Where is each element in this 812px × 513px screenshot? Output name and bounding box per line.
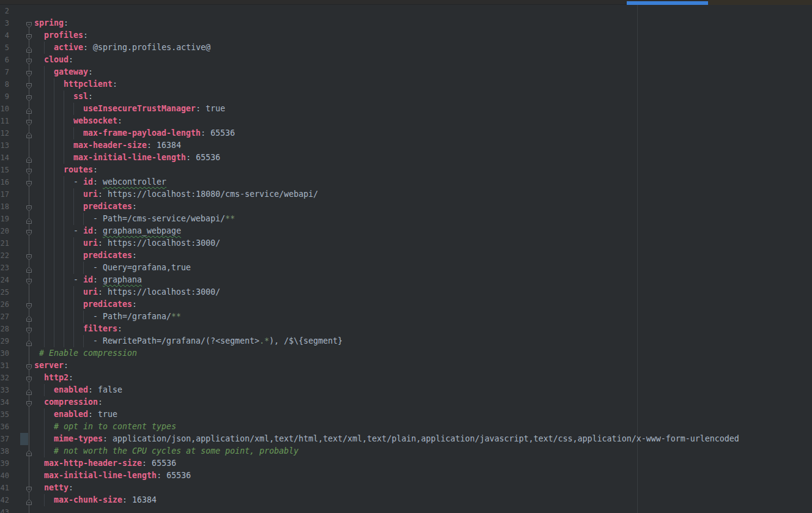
code-line[interactable]: 7gateway:: [0, 66, 812, 78]
fold-end-icon[interactable]: [26, 448, 32, 455]
code-line[interactable]: 5active: @spring.profiles.active@: [0, 42, 812, 54]
line-number[interactable]: 17: [0, 188, 9, 201]
line-number[interactable]: 39: [0, 457, 9, 470]
fold-expanded-icon[interactable]: [26, 117, 32, 125]
fold-expanded-icon[interactable]: [26, 325, 32, 333]
code-line[interactable]: 14max-initial-line-length: 65536: [0, 152, 812, 164]
code-line[interactable]: 37mime-types: application/json,applicati…: [0, 433, 812, 445]
fold-expanded-icon[interactable]: [26, 179, 32, 186]
code-line[interactable]: 26predicates:: [0, 298, 812, 311]
fold-end-icon[interactable]: [26, 130, 32, 137]
fold-expanded-icon[interactable]: [26, 166, 32, 174]
code-line[interactable]: 20- id: graphana_webpage: [0, 225, 812, 237]
line-number[interactable]: 42: [0, 494, 9, 506]
code-line[interactable]: 22predicates:: [0, 249, 812, 262]
line-number[interactable]: 36: [0, 421, 9, 433]
code-line[interactable]: 43: [0, 506, 812, 513]
code-line[interactable]: 29- RewritePath=/grafana/(?<segment>.*),…: [0, 335, 812, 347]
line-number[interactable]: 34: [0, 396, 9, 408]
fold-end-icon[interactable]: [26, 338, 32, 345]
line-number[interactable]: 25: [0, 286, 9, 298]
code-line[interactable]: 40max-initial-line-length: 65536: [0, 470, 812, 482]
code-line[interactable]: 35enabled: true: [0, 408, 812, 421]
fold-end-icon[interactable]: [26, 386, 32, 394]
line-number[interactable]: 38: [0, 445, 9, 457]
line-number[interactable]: 13: [0, 139, 9, 152]
fold-expanded-icon[interactable]: [26, 32, 32, 39]
code-line[interactable]: 39max-http-header-size: 65536: [0, 457, 812, 470]
line-number[interactable]: 4: [0, 29, 9, 42]
code-line[interactable]: 13max-header-size: 16384: [0, 139, 812, 152]
fold-expanded-icon[interactable]: [26, 301, 32, 308]
line-number[interactable]: 29: [0, 335, 9, 347]
line-number[interactable]: 14: [0, 152, 9, 164]
changed-line-marker[interactable]: [20, 433, 28, 445]
fold-expanded-icon[interactable]: [26, 276, 32, 284]
line-number[interactable]: 10: [0, 103, 9, 115]
line-number[interactable]: 15: [0, 164, 9, 176]
code-line[interactable]: 10useInsecureTrustManager: true: [0, 103, 812, 115]
code-line[interactable]: 36# opt in to content types: [0, 421, 812, 433]
fold-expanded-icon[interactable]: [26, 20, 32, 27]
code-line[interactable]: 41netty:: [0, 482, 812, 494]
fold-expanded-icon[interactable]: [26, 81, 32, 88]
line-number[interactable]: 20: [0, 225, 9, 237]
line-number[interactable]: 22: [0, 249, 9, 262]
fold-end-icon[interactable]: [26, 105, 32, 113]
code-line[interactable]: 28filters:: [0, 323, 812, 335]
line-number[interactable]: 35: [0, 408, 9, 421]
line-number[interactable]: 6: [0, 54, 9, 66]
code-line[interactable]: 31server:: [0, 360, 812, 372]
code-line[interactable]: 32http2:: [0, 372, 812, 384]
fold-end-icon[interactable]: [26, 313, 32, 320]
code-line[interactable]: 19- Path=/cms-service/webapi/**: [0, 213, 812, 225]
code-line[interactable]: 15routes:: [0, 164, 812, 176]
code-line[interactable]: 21uri: https://localhost:3000/: [0, 237, 812, 249]
code-line[interactable]: 11websocket:: [0, 115, 812, 127]
code-line[interactable]: 8httpclient:: [0, 78, 812, 90]
line-number[interactable]: 9: [0, 90, 9, 103]
line-number[interactable]: 2: [0, 5, 9, 17]
fold-end-icon[interactable]: [26, 264, 32, 271]
line-number[interactable]: 43: [0, 506, 9, 513]
fold-end-icon[interactable]: [26, 154, 32, 161]
line-number[interactable]: 8: [0, 78, 9, 90]
line-number[interactable]: 3: [0, 17, 9, 29]
fold-expanded-icon[interactable]: [26, 399, 32, 406]
fold-expanded-icon[interactable]: [26, 374, 32, 382]
fold-expanded-icon[interactable]: [26, 362, 32, 369]
line-number[interactable]: 31: [0, 360, 9, 372]
fold-end-icon[interactable]: [26, 496, 32, 504]
line-number[interactable]: 24: [0, 274, 9, 286]
code-line[interactable]: 18predicates:: [0, 201, 812, 213]
line-number[interactable]: 21: [0, 237, 9, 249]
code-line[interactable]: 17uri: https://localhost:18080/cms-servi…: [0, 188, 812, 201]
code-line[interactable]: 12max-frame-payload-length: 65536: [0, 127, 812, 139]
code-line[interactable]: 23- Query=grafana,true: [0, 262, 812, 274]
fold-expanded-icon[interactable]: [26, 56, 32, 64]
fold-expanded-icon[interactable]: [26, 484, 32, 492]
code-line[interactable]: 25uri: https://localhost:3000/: [0, 286, 812, 298]
line-number[interactable]: 37: [0, 433, 9, 445]
line-number[interactable]: 7: [0, 66, 9, 78]
line-number[interactable]: 16: [0, 176, 9, 188]
fold-end-icon[interactable]: [26, 44, 32, 51]
line-number[interactable]: 32: [0, 372, 9, 384]
code-line[interactable]: 38# not worth the CPU cycles at some poi…: [0, 445, 812, 457]
code-editor[interactable]: 23spring:4profiles:5active: @spring.prof…: [0, 5, 812, 513]
line-number[interactable]: 41: [0, 482, 9, 494]
fold-expanded-icon[interactable]: [26, 227, 32, 235]
code-line[interactable]: 24- id: graphana: [0, 274, 812, 286]
line-number[interactable]: 27: [0, 311, 9, 323]
line-number[interactable]: 5: [0, 42, 9, 54]
code-line[interactable]: 9ssl:: [0, 90, 812, 103]
line-number[interactable]: 40: [0, 470, 9, 482]
code-line[interactable]: 27- Path=/grafana/**: [0, 311, 812, 323]
code-line[interactable]: 42max-chunk-size: 16384: [0, 494, 812, 506]
line-number[interactable]: 28: [0, 323, 9, 335]
line-number[interactable]: 33: [0, 384, 9, 396]
fold-expanded-icon[interactable]: [26, 203, 32, 210]
line-number[interactable]: 26: [0, 298, 9, 311]
line-number[interactable]: 11: [0, 115, 9, 127]
fold-expanded-icon[interactable]: [26, 68, 32, 76]
